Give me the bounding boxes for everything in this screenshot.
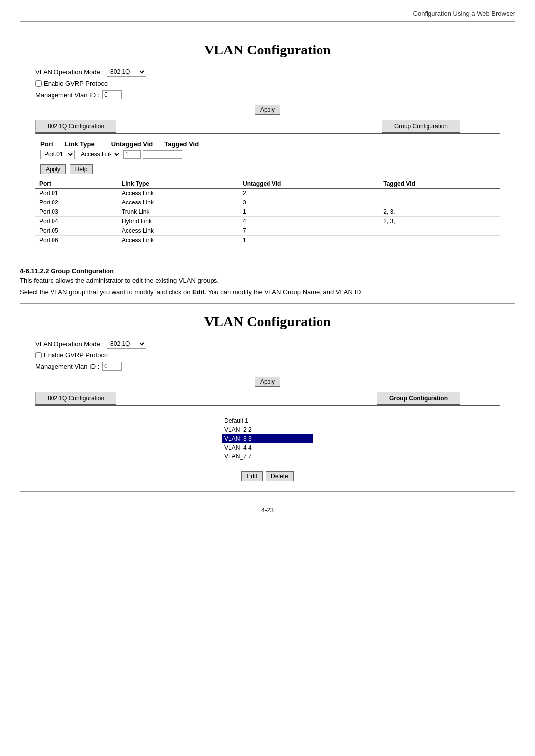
section-text2-edit: Edit	[192, 288, 205, 296]
edit-delete-row: Edit Delete	[35, 471, 500, 481]
tagged-vid-input[interactable]	[143, 150, 182, 159]
table-cell-tagged_vid	[379, 236, 500, 245]
management-vlan-input-2[interactable]	[102, 362, 122, 371]
operation-mode-label-2: VLAN Operation Mode :	[35, 340, 104, 348]
tab-8021q-2[interactable]: 802.1Q Configuration	[35, 392, 116, 405]
delete-button[interactable]: Delete	[266, 471, 294, 481]
vlan-list-item[interactable]: VLAN_2 2	[222, 425, 313, 434]
table-cell-port: Port.04	[35, 217, 118, 226]
port-form-inputs: Port.01 Access Link	[40, 150, 500, 159]
tab-group-2[interactable]: Group Configuration	[377, 392, 460, 405]
table-cell-link_type: Hybrid Link	[118, 217, 239, 226]
vlan-title-2: VLAN Configuration	[35, 314, 500, 330]
table-row: Port.01Access Link2	[35, 189, 500, 198]
section-text2-before: Select the VLAN group that you want to m…	[20, 288, 192, 296]
vlan-config-box-2: VLAN Configuration VLAN Operation Mode :…	[20, 303, 515, 492]
page-header: Configuration Using a Web Browser	[20, 10, 515, 22]
management-vlan-label: Management Vlan ID :	[35, 91, 99, 99]
vlan-list-item[interactable]: VLAN_3 3	[222, 434, 313, 443]
operation-mode-row-2: VLAN Operation Mode : 802.1Q	[35, 339, 500, 349]
management-vlan-label-2: Management Vlan ID :	[35, 363, 99, 370]
table-cell-tagged_vid	[379, 198, 500, 207]
vlan-list-item[interactable]: VLAN_4 4	[222, 443, 313, 452]
table-row: Port.03Trunk Link12, 3,	[35, 207, 500, 217]
port-form: Port Link Type Untagged Vid Tagged Vid P…	[35, 140, 500, 174]
gvrp-row: Enable GVRP Protocol	[35, 80, 500, 87]
th-untagged-vid: Untagged Vid	[239, 179, 379, 189]
table-row: Port.04Hybrid Link42, 3,	[35, 217, 500, 226]
gvrp-checkbox[interactable]	[35, 80, 42, 87]
operation-mode-select[interactable]: 802.1Q	[107, 67, 146, 77]
link-type-select[interactable]: Access Link	[77, 150, 121, 159]
config-tabs-2: 802.1Q Configuration Group Configuration	[35, 392, 500, 406]
table-row: Port.02Access Link3	[35, 198, 500, 207]
header-title: Configuration Using a Web Browser	[413, 10, 515, 17]
th-port: Port	[35, 179, 118, 189]
port-table-head: Port Link Type Untagged Vid Tagged Vid	[35, 179, 500, 189]
table-cell-port: Port.03	[35, 207, 118, 217]
apply-center-2: Apply	[35, 377, 500, 387]
table-cell-tagged_vid	[379, 189, 500, 198]
table-cell-tagged_vid: 2, 3,	[379, 207, 500, 217]
apply-button-port[interactable]: Apply	[40, 164, 66, 174]
vlan-title-1: VLAN Configuration	[35, 42, 500, 58]
operation-mode-row: VLAN Operation Mode : 802.1Q	[35, 67, 500, 77]
table-cell-port: Port.01	[35, 189, 118, 198]
table-cell-tagged_vid	[379, 226, 500, 236]
apply-button-1[interactable]: Apply	[255, 105, 280, 115]
vlan-config-box-1: VLAN Configuration VLAN Operation Mode :…	[20, 32, 515, 255]
section-text1: This feature allows the administrator to…	[20, 277, 515, 284]
link-type-col-label: Link Type	[65, 140, 95, 148]
table-cell-untagged_vid: 2	[239, 189, 379, 198]
table-cell-untagged_vid: 1	[239, 207, 379, 217]
management-vlan-row-2: Management Vlan ID :	[35, 362, 500, 371]
gvrp-label: Enable GVRP Protocol	[44, 80, 109, 87]
vlan-list-box: Default 1VLAN_2 2VLAN_3 3VLAN_4 4VLAN_7 …	[218, 412, 317, 466]
vlan-list-item[interactable]: VLAN_7 7	[222, 452, 313, 461]
th-link-type: Link Type	[118, 179, 239, 189]
table-cell-port: Port.05	[35, 226, 118, 236]
help-button[interactable]: Help	[70, 164, 93, 174]
section-461122: 4-6.11.2.2 Group Configuration This feat…	[20, 267, 515, 296]
section-heading: 4-6.11.2.2 Group Configuration	[20, 267, 515, 275]
port-table-header-row: Port Link Type Untagged Vid Tagged Vid	[35, 179, 500, 189]
management-vlan-input[interactable]	[102, 90, 122, 99]
untagged-vid-input[interactable]	[123, 150, 141, 159]
th-tagged-vid: Tagged Vid	[379, 179, 500, 189]
tab-group-1[interactable]: Group Configuration	[382, 120, 460, 133]
tab-8021q-1[interactable]: 802.1Q Configuration	[35, 120, 116, 133]
table-cell-link_type: Access Link	[118, 189, 239, 198]
apply-button-2[interactable]: Apply	[255, 377, 280, 387]
port-col-label: Port	[40, 140, 53, 148]
tagged-col-label: Tagged Vid	[164, 140, 199, 148]
table-cell-port: Port.02	[35, 198, 118, 207]
page-number: 4-23	[20, 506, 515, 514]
table-cell-untagged_vid: 1	[239, 236, 379, 245]
section-text2: Select the VLAN group that you want to m…	[20, 288, 515, 296]
apply-center-1: Apply	[35, 105, 500, 115]
table-row: Port.05Access Link7	[35, 226, 500, 236]
operation-mode-select-2[interactable]: 802.1Q	[107, 339, 146, 349]
gvrp-label-2: Enable GVRP Protocol	[44, 352, 109, 359]
port-select[interactable]: Port.01	[40, 150, 75, 159]
table-row: Port.06Access Link1	[35, 236, 500, 245]
untagged-col-label: Untagged Vid	[111, 140, 153, 148]
gvrp-row-2: Enable GVRP Protocol	[35, 352, 500, 359]
table-cell-untagged_vid: 4	[239, 217, 379, 226]
table-cell-tagged_vid: 2, 3,	[379, 217, 500, 226]
port-table: Port Link Type Untagged Vid Tagged Vid P…	[35, 179, 500, 245]
port-table-body: Port.01Access Link2Port.02Access Link3Po…	[35, 189, 500, 245]
operation-mode-label: VLAN Operation Mode :	[35, 68, 104, 76]
table-cell-untagged_vid: 7	[239, 226, 379, 236]
section-text2-after: . You can modify the VLAN Group Name, an…	[205, 288, 363, 296]
vlan-list-item[interactable]: Default 1	[222, 416, 313, 425]
table-cell-link_type: Trunk Link	[118, 207, 239, 217]
management-vlan-row: Management Vlan ID :	[35, 90, 500, 99]
edit-button[interactable]: Edit	[241, 471, 263, 481]
table-cell-link_type: Access Link	[118, 226, 239, 236]
table-cell-link_type: Access Link	[118, 236, 239, 245]
gvrp-checkbox-2[interactable]	[35, 352, 42, 358]
port-form-headers: Port Link Type Untagged Vid Tagged Vid	[40, 140, 500, 148]
table-cell-port: Port.06	[35, 236, 118, 245]
form-buttons: Apply Help	[40, 164, 500, 174]
